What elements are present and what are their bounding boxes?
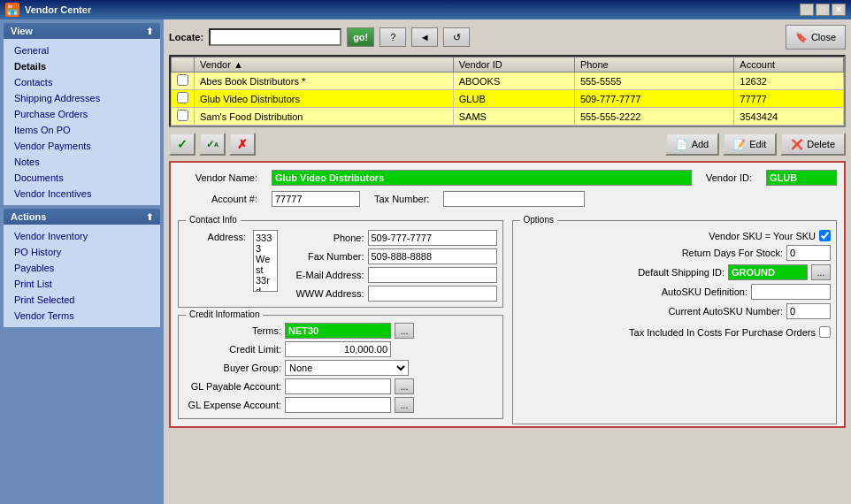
row-checkbox[interactable]	[177, 110, 188, 121]
maximize-button[interactable]: □	[816, 4, 830, 16]
actions-label: Actions	[11, 211, 46, 222]
actions-items: Vendor Inventory PO History Payables Pri…	[4, 225, 160, 327]
view-chevron-icon: ⬆	[146, 27, 153, 36]
fax-input[interactable]	[368, 248, 497, 264]
row-vendor: Abes Book Distributors *	[195, 73, 454, 90]
vendor-table: Vendor ▲ Vendor ID Phone Account Abes Bo…	[171, 57, 844, 126]
row-checkbox[interactable]	[177, 92, 188, 103]
terms-ellipsis-button[interactable]: ...	[395, 323, 414, 339]
vendor-name-label: Vendor Name:	[178, 172, 257, 183]
vendor-id-input[interactable]	[766, 170, 837, 186]
www-input[interactable]	[368, 286, 497, 302]
buyer-group-select[interactable]: None Group A Group B	[285, 360, 409, 376]
fax-label: Fax Number:	[285, 251, 364, 262]
sidebar-item-items-on-po[interactable]: Items On PO	[4, 122, 160, 138]
go-button[interactable]: go!	[347, 27, 374, 47]
gl-payable-label: GL Payable Account:	[184, 381, 281, 392]
row-phone: 509-777-7777	[574, 90, 733, 108]
sidebar-item-shipping[interactable]: Shipping Addresses	[4, 90, 160, 106]
locate-input[interactable]	[209, 28, 341, 46]
col-phone[interactable]: Phone	[574, 57, 733, 73]
contact-info-section: Contact Info Address: 3333 West 33rd Ric…	[178, 220, 503, 308]
gl-payable-ellipsis-button[interactable]: ...	[395, 378, 414, 394]
minimize-button[interactable]: _	[800, 4, 814, 16]
autosku-def-input[interactable]	[751, 284, 831, 300]
col-account[interactable]: Account	[734, 57, 844, 73]
gl-expense-ellipsis-button[interactable]: ...	[395, 397, 414, 413]
row-vendor: Sam's Food Distribution	[195, 108, 454, 126]
help-button[interactable]: ?	[380, 27, 406, 47]
default-shipping-ellipsis-button[interactable]: ...	[811, 264, 831, 280]
return-days-input[interactable]	[786, 245, 831, 261]
vendor-sku-label: Vendor SKU = Your SKU	[709, 231, 816, 241]
table-row[interactable]: Abes Book Distributors * ABOOKS 555-5555…	[172, 73, 844, 90]
sidebar-item-payables[interactable]: Payables	[4, 260, 160, 276]
sidebar-item-vendor-inventory[interactable]: Vendor Inventory	[4, 228, 160, 244]
add-icon: 📄	[676, 139, 688, 150]
row-checkbox-cell[interactable]	[172, 108, 195, 126]
actions-section: Actions ⬆ Vendor Inventory PO History Pa…	[4, 209, 160, 327]
terms-input[interactable]	[285, 323, 391, 339]
confirm-button[interactable]: ✓	[169, 133, 196, 156]
tax-included-label: Tax Included In Costs For Purchase Order…	[518, 327, 816, 338]
view-items: General Details Contacts Shipping Addres…	[4, 39, 160, 205]
locate-label: Locate:	[169, 32, 203, 42]
row-checkbox[interactable]	[177, 74, 188, 86]
default-shipping-label: Default Shipping ID:	[518, 267, 725, 278]
row-phone: 555-555-2222	[574, 108, 733, 126]
add-button[interactable]: 📄 Add	[665, 133, 720, 156]
credit-limit-label: Credit Limit:	[184, 344, 281, 355]
confirm-alt-button[interactable]: ✓A	[199, 133, 226, 156]
sidebar-item-notes[interactable]: Notes	[4, 154, 160, 170]
table-row[interactable]: Sam's Food Distribution SAMS 555-555-222…	[172, 108, 844, 126]
actions-chevron-icon: ⬆	[146, 212, 153, 222]
cancel-button[interactable]: ✗	[229, 133, 256, 156]
account-input[interactable]	[272, 191, 360, 207]
sidebar-item-vendor-terms[interactable]: Vendor Terms	[4, 308, 160, 324]
left-column: Contact Info Address: 3333 West 33rd Ric…	[178, 215, 503, 419]
delete-button[interactable]: ❌ Delete	[780, 133, 846, 156]
edit-button[interactable]: 📝 Edit	[723, 133, 777, 156]
email-label: E-Mail Address:	[285, 270, 364, 280]
gl-expense-input[interactable]	[285, 397, 391, 413]
account-label: Account #:	[178, 194, 257, 204]
phone-input[interactable]	[368, 230, 497, 246]
row-account: 12632	[734, 73, 844, 90]
col-vendor[interactable]: Vendor ▲	[195, 57, 454, 73]
vendor-name-input[interactable]	[272, 170, 692, 186]
table-row[interactable]: Glub Video Distributors GLUB 509-777-777…	[172, 90, 844, 108]
vendor-name-row: Vendor Name: Vendor ID:	[178, 170, 837, 186]
sidebar-item-contacts[interactable]: Contacts	[4, 74, 160, 90]
sidebar-item-details[interactable]: Details	[4, 58, 160, 74]
email-input[interactable]	[368, 267, 497, 283]
gl-payable-input[interactable]	[285, 378, 391, 394]
sidebar-item-general[interactable]: General	[4, 42, 160, 58]
current-autosku-input[interactable]	[786, 303, 831, 319]
terms-label: Terms:	[184, 325, 281, 336]
refresh-button[interactable]: ↺	[443, 27, 470, 47]
credit-limit-input[interactable]	[285, 341, 391, 357]
sidebar-item-vendor-incentives[interactable]: Vendor Incentives	[4, 186, 160, 202]
tax-number-input[interactable]	[443, 191, 585, 207]
col-vendor-id[interactable]: Vendor ID	[453, 57, 574, 73]
window-close-button[interactable]: ✕	[832, 4, 846, 16]
row-checkbox-cell[interactable]	[172, 73, 195, 90]
view-label: View	[11, 26, 33, 36]
default-shipping-input[interactable]	[728, 264, 808, 280]
tax-included-checkbox[interactable]	[819, 326, 831, 338]
back-button[interactable]: ◄	[411, 27, 438, 47]
options-title: Options	[520, 215, 557, 225]
edit-icon: 📝	[733, 139, 746, 150]
sidebar-item-purchase-orders[interactable]: Purchase Orders	[4, 106, 160, 122]
row-vendor-id: GLUB	[453, 90, 574, 108]
address-textarea[interactable]: 3333 West 33rd Richland, WA 99352	[253, 230, 278, 292]
sidebar-item-print-selected[interactable]: Print Selected	[4, 292, 160, 308]
vendor-sku-checkbox[interactable]	[819, 230, 831, 241]
sidebar-item-documents[interactable]: Documents	[4, 170, 160, 186]
sidebar-item-po-history[interactable]: PO History	[4, 244, 160, 260]
sidebar-item-vendor-payments[interactable]: Vendor Payments	[4, 138, 160, 154]
close-button[interactable]: 🔖 Close	[786, 25, 846, 50]
row-checkbox-cell[interactable]	[172, 90, 195, 108]
sidebar-item-print-list[interactable]: Print List	[4, 276, 160, 292]
view-section-header: View ⬆	[4, 23, 160, 39]
